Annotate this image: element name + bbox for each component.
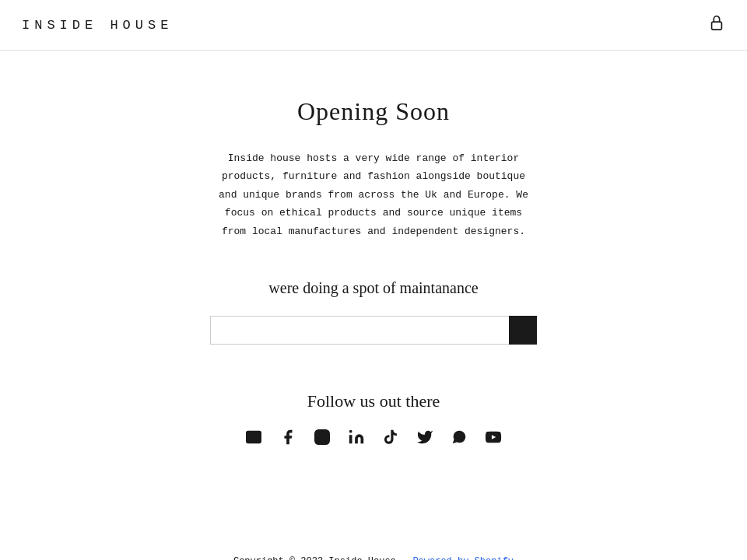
facebook-icon[interactable] [278, 427, 298, 447]
svg-rect-0 [712, 22, 722, 30]
maintenance-text: were doing a spot of maintanance [268, 279, 478, 297]
youtube-icon[interactable] [483, 427, 503, 447]
main-content: Opening Soon Inside house hosts a very w… [101, 51, 646, 541]
powered-by-link[interactable]: Powered by Shopify [412, 556, 514, 560]
svg-point-4 [325, 432, 327, 434]
email-input[interactable] [210, 316, 509, 345]
email-social-icon[interactable] [244, 427, 264, 447]
social-icons-list [244, 427, 503, 447]
linkedin-icon[interactable] [346, 427, 366, 447]
email-form [210, 316, 537, 345]
copyright-text: Copyright © 2023 Inside House . [233, 556, 407, 560]
instagram-icon[interactable] [312, 427, 332, 447]
whatsapp-icon[interactable] [449, 427, 469, 447]
svg-point-3 [318, 433, 325, 440]
follow-title: Follow us out there [307, 391, 440, 411]
twitter-icon[interactable] [415, 427, 435, 447]
submit-button[interactable] [509, 316, 537, 345]
opening-title: Opening Soon [297, 97, 450, 126]
svg-point-6 [349, 430, 352, 433]
site-logo: INSIDE HOUSE [22, 18, 173, 33]
lock-icon[interactable] [708, 14, 725, 36]
site-footer: Copyright © 2023 Inside House . Powered … [0, 541, 747, 560]
svg-rect-5 [349, 435, 352, 443]
tiktok-icon[interactable] [381, 427, 401, 447]
description-text: Inside house hosts a very wide range of … [210, 149, 537, 240]
site-header: INSIDE HOUSE [0, 0, 747, 51]
